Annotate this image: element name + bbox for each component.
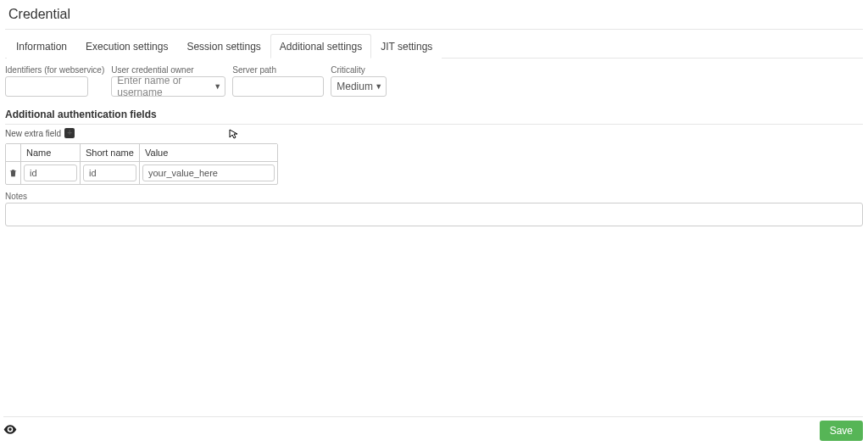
auth-fields-title: Additional authentication fields	[5, 109, 863, 125]
row-name-input[interactable]	[24, 164, 77, 181]
chevron-down-icon: ▼	[214, 82, 221, 91]
footer: Save	[3, 416, 863, 441]
column-trash	[6, 144, 21, 162]
server-path-input[interactable]	[232, 76, 324, 97]
chevron-down-icon: ▼	[375, 82, 382, 91]
page-title: Credential	[5, 0, 863, 30]
tabs: Information Execution settings Session s…	[5, 33, 863, 59]
trash-icon	[8, 168, 18, 178]
notes-textarea[interactable]	[5, 203, 863, 226]
new-field-label: New extra field	[5, 129, 61, 138]
tab-additional-settings[interactable]: Additional settings	[270, 34, 371, 59]
auth-fields-table: Name Short name Value	[5, 143, 278, 185]
column-short-name: Short name	[81, 144, 140, 162]
tab-session-settings[interactable]: Session settings	[177, 34, 270, 59]
owner-select[interactable]: Enter name or username ▼	[111, 76, 225, 97]
owner-label: User credential owner	[111, 65, 225, 75]
column-value: Value	[140, 144, 277, 162]
table-row	[6, 162, 277, 184]
settings-row: Identifiers (for webservice) User creden…	[5, 59, 863, 97]
identifiers-input[interactable]	[5, 76, 88, 97]
delete-row-button[interactable]	[6, 162, 21, 184]
notes-label: Notes	[5, 192, 863, 201]
column-name: Name	[21, 144, 81, 162]
server-path-label: Server path	[232, 65, 324, 75]
owner-placeholder: Enter name or username	[117, 75, 214, 98]
row-short-name-input[interactable]	[83, 164, 136, 181]
criticality-label: Criticality	[331, 65, 387, 75]
criticality-select[interactable]: Medium ▼	[331, 76, 387, 97]
save-button[interactable]: Save	[820, 421, 863, 441]
tab-execution-settings[interactable]: Execution settings	[76, 34, 177, 59]
add-field-button[interactable]: +	[64, 128, 75, 138]
tab-information[interactable]: Information	[7, 34, 76, 59]
identifiers-label: Identifiers (for webservice)	[5, 65, 104, 75]
tab-jit-settings[interactable]: JIT settings	[371, 34, 442, 59]
eye-icon[interactable]	[3, 425, 17, 437]
criticality-value: Medium	[337, 81, 373, 92]
row-value-input[interactable]	[142, 164, 275, 181]
